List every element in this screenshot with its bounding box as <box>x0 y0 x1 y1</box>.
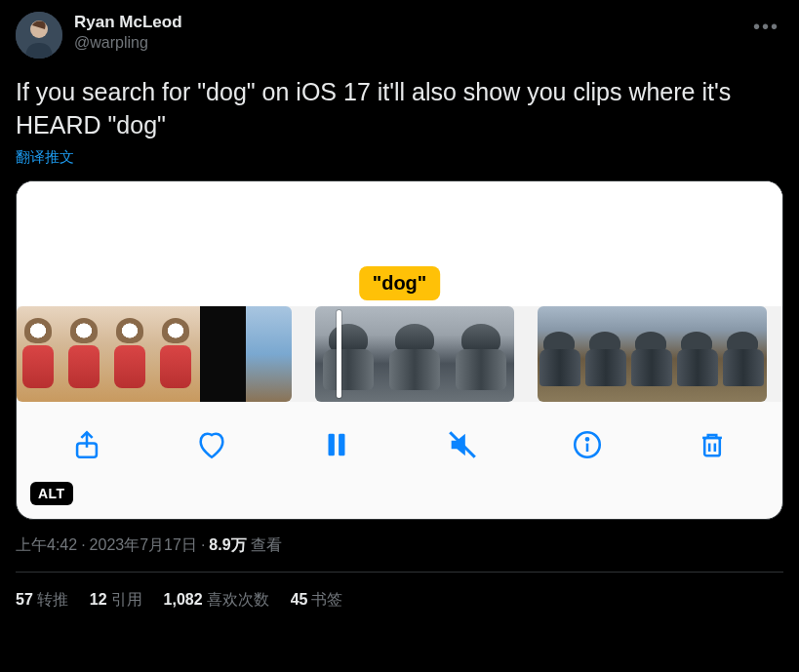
svg-rect-4 <box>340 433 345 455</box>
video-frame <box>629 306 675 402</box>
translate-link[interactable]: 翻译推文 <box>16 148 783 167</box>
tweet-text: If you search for "dog" on iOS 17 it'll … <box>16 76 783 142</box>
svg-rect-3 <box>329 433 335 455</box>
tweet-time[interactable]: 上午4:42 <box>16 535 77 556</box>
video-frame <box>448 306 514 402</box>
svg-rect-8 <box>704 437 720 455</box>
share-icon[interactable] <box>65 423 108 466</box>
meta-sep: · <box>81 536 85 554</box>
stat-likes[interactable]: 1,082喜欢次数 <box>164 590 269 611</box>
clip-group-3[interactable] <box>538 306 767 402</box>
more-icon[interactable]: ••• <box>749 12 783 42</box>
meta-sep: · <box>201 536 205 554</box>
media-whitespace: "dog" <box>17 181 782 306</box>
video-frame <box>154 306 200 402</box>
video-frame <box>200 306 246 402</box>
media-controls <box>17 402 782 488</box>
avatar[interactable] <box>16 12 62 59</box>
playhead[interactable] <box>337 310 341 398</box>
stat-retweets[interactable]: 57转推 <box>16 590 68 611</box>
video-frame <box>721 306 767 402</box>
mute-icon[interactable] <box>441 423 484 466</box>
video-frame <box>246 306 292 402</box>
views-count[interactable]: 8.9万 <box>209 535 246 556</box>
video-frame <box>675 306 721 402</box>
video-frame <box>315 306 381 402</box>
heart-icon[interactable] <box>190 423 233 466</box>
alt-badge[interactable]: ALT <box>30 482 73 505</box>
info-icon[interactable] <box>566 423 609 466</box>
handle[interactable]: @warpling <box>74 33 182 54</box>
tweet-date[interactable]: 2023年7月17日 <box>90 535 197 556</box>
tweet-meta: 上午4:42 · 2023年7月17日 · 8.9万 查看 <box>16 535 783 556</box>
video-frame <box>381 306 448 402</box>
media-attachment[interactable]: "dog" <box>16 180 783 520</box>
trash-icon[interactable] <box>691 423 734 466</box>
stat-quotes[interactable]: 12引用 <box>90 590 142 611</box>
svg-point-7 <box>586 438 588 440</box>
video-frame <box>108 306 154 402</box>
clip-group-2[interactable] <box>315 306 514 402</box>
video-filmstrip[interactable] <box>17 306 782 402</box>
clip-group-1[interactable] <box>17 306 292 402</box>
video-frame <box>538 306 583 402</box>
author-names: Ryan McLeod @warpling <box>74 12 182 54</box>
views-label: 查看 <box>251 535 282 556</box>
display-name[interactable]: Ryan McLeod <box>74 12 182 33</box>
video-frame <box>583 306 629 402</box>
stat-bookmarks[interactable]: 45书签 <box>291 590 343 611</box>
tweet-container: Ryan McLeod @warpling ••• If you search … <box>0 0 799 611</box>
pause-icon[interactable] <box>315 423 358 466</box>
video-frame <box>62 306 108 402</box>
video-frame <box>17 306 62 402</box>
tweet-header: Ryan McLeod @warpling ••• <box>16 12 783 59</box>
tweet-stats: 57转推 12引用 1,082喜欢次数 45书签 <box>16 573 783 611</box>
keyword-tag: "dog" <box>359 266 441 300</box>
